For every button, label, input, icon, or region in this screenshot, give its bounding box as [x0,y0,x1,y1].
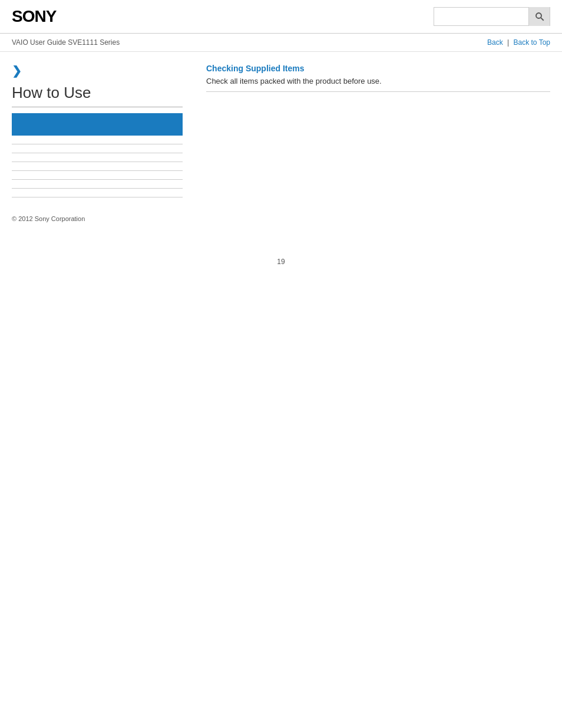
menu-item-line-7 [12,197,183,197]
header-right [434,7,550,26]
active-menu-item[interactable] [12,113,183,136]
content-area: Checking Supplied Items Check all items … [194,64,550,222]
copyright: © 2012 Sony Corporation [12,215,183,222]
search-button[interactable] [528,7,550,26]
sony-logo: SONY [12,7,56,26]
nav-links: Back | Back to Top [487,38,550,47]
guide-title: VAIO User Guide SVE1111 Series [12,38,120,47]
content-link[interactable]: Checking Supplied Items [206,64,550,73]
breadcrumb-arrow[interactable]: ❯ [12,64,183,78]
back-to-top-link[interactable]: Back to Top [514,38,550,47]
menu-item-line-6 [12,188,183,189]
search-box [434,7,550,26]
section-title: How to Use [12,84,183,107]
svg-point-0 [536,13,541,18]
search-icon [534,11,545,22]
menu-item-line-2 [12,153,183,153]
svg-line-1 [540,18,543,21]
menu-item-line-4 [12,170,183,171]
page-number: 19 [0,258,562,278]
menu-item-line-1 [12,144,183,144]
sidebar: ❯ How to Use © 2012 Sony Corporation [12,64,194,222]
main-content: ❯ How to Use © 2012 Sony Corporation Che… [0,52,562,234]
content-description: Check all items packed with the product … [206,77,550,85]
nav-separator: | [507,38,509,47]
content-divider [206,91,550,92]
header: SONY [0,0,562,34]
menu-item-line-5 [12,179,183,180]
search-input[interactable] [434,8,528,25]
sidebar-lines [12,144,183,197]
subheader: VAIO User Guide SVE1111 Series Back | Ba… [0,34,562,52]
menu-item-line-3 [12,162,183,162]
back-link[interactable]: Back [487,38,503,47]
